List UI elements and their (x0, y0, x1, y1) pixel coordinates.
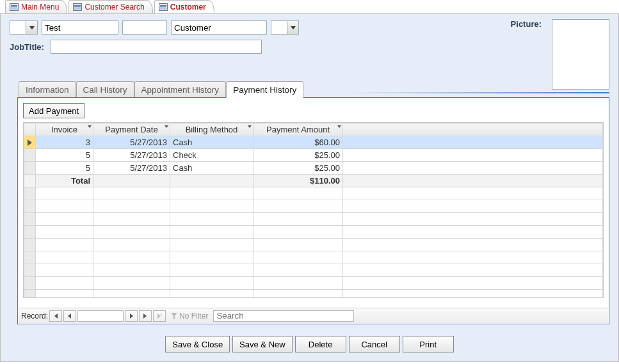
select-all-cell[interactable] (24, 123, 36, 136)
row-selector[interactable] (24, 162, 36, 175)
table-row-empty (24, 239, 603, 251)
divider (347, 92, 609, 93)
row-selector[interactable] (24, 149, 36, 162)
detail-tabs: Information Call History Appointment His… (19, 81, 303, 97)
nav-first-button[interactable] (49, 310, 62, 322)
save-new-button[interactable]: Save & New (232, 336, 293, 352)
cell-total-label: Total (36, 175, 93, 187)
picture-label: Picture: (511, 19, 542, 29)
picture-box[interactable] (552, 19, 609, 90)
window-tab-main-menu[interactable]: Main Menu (5, 0, 67, 13)
funnel-icon (171, 313, 177, 319)
cell-date[interactable]: 5/27/2013 (93, 136, 170, 149)
table-row[interactable]: 3 5/27/2013 Cash $60.00 (24, 136, 603, 149)
col-billing-method[interactable]: Billing Method (170, 123, 253, 136)
add-payment-button[interactable]: Add Payment (23, 103, 84, 118)
jobtitle-row: JobTitle: (10, 40, 609, 54)
table-row[interactable]: 5 5/27/2013 Check $25.00 (24, 149, 603, 162)
col-payment-amount[interactable]: Payment Amount (253, 123, 343, 136)
cell-empty (170, 175, 253, 187)
cell-total-amount: $110.00 (253, 175, 343, 187)
filter-indicator[interactable]: No Filter (171, 312, 208, 320)
chevron-down-icon[interactable] (26, 21, 37, 34)
window-tab-customer-search[interactable]: Customer Search (68, 0, 152, 13)
table-row[interactable]: 5 5/27/2013 Cash $25.00 (24, 162, 603, 175)
cell-date[interactable]: 5/27/2013 (93, 162, 170, 175)
col-invoice[interactable]: Invoice (36, 123, 93, 136)
total-row: Total $110.00 (24, 175, 603, 187)
form-icon (10, 3, 19, 11)
table-row-empty (24, 213, 603, 226)
record-navigator: Record: No Filter (19, 308, 608, 323)
col-payment-date[interactable]: Payment Date (93, 123, 170, 136)
chevron-down-icon[interactable] (287, 21, 298, 34)
cell-date[interactable]: 5/27/2013 (93, 149, 170, 162)
table-row-empty (24, 187, 603, 200)
table-row-empty (24, 277, 603, 290)
print-button[interactable]: Print (403, 336, 454, 352)
nav-prev-button[interactable] (63, 310, 76, 322)
window-tab-label: Customer (170, 3, 206, 12)
first-name-field[interactable] (42, 20, 118, 35)
tab-appointment-history[interactable]: Appointment History (134, 81, 227, 98)
record-number-field[interactable] (77, 310, 124, 322)
tab-information[interactable]: Information (19, 81, 76, 98)
table-row-empty (24, 290, 603, 299)
chevron-down-icon[interactable] (337, 125, 341, 128)
payments-table: Invoice Payment Date Billing Method Paym… (24, 123, 603, 298)
tab-payment-history[interactable]: Payment History (226, 81, 303, 98)
search-input[interactable] (213, 310, 354, 322)
cell-spacer (343, 162, 603, 175)
tab-call-history[interactable]: Call History (76, 81, 134, 98)
row-selector (24, 175, 36, 187)
window-tab-customer[interactable]: Customer (154, 0, 214, 13)
middle-name-field[interactable] (122, 20, 167, 35)
jobtitle-field[interactable] (51, 40, 262, 54)
col-spacer (343, 123, 603, 136)
table-row-empty (24, 200, 603, 213)
nav-new-button[interactable] (153, 310, 166, 322)
table-row-empty (24, 251, 603, 264)
window-tab-label: Main Menu (21, 3, 59, 12)
nav-last-button[interactable] (139, 310, 152, 322)
cell-method[interactable]: Check (170, 149, 253, 162)
cell-amount[interactable]: $25.00 (253, 149, 343, 162)
row-selector[interactable] (24, 136, 36, 149)
title-combo[interactable] (10, 20, 38, 35)
cell-amount[interactable]: $25.00 (253, 162, 343, 175)
window-tab-label: Customer Search (84, 3, 144, 12)
last-name-field[interactable] (171, 20, 267, 35)
payments-grid: Invoice Payment Date Billing Method Paym… (23, 122, 604, 298)
cell-invoice[interactable]: 3 (36, 136, 93, 149)
cell-method[interactable]: Cash (170, 136, 253, 149)
jobtitle-label: JobTitle: (10, 42, 44, 52)
cell-invoice[interactable]: 5 (36, 149, 93, 162)
table-row-empty (24, 264, 603, 277)
save-close-button[interactable]: Save & Close (165, 336, 230, 352)
form-action-buttons: Save & Close Save & New Delete Cancel Pr… (1, 336, 618, 352)
customer-form: JobTitle: Picture: Information Call Hist… (0, 14, 619, 362)
delete-button[interactable]: Delete (295, 336, 346, 352)
payment-history-panel: Add Payment Invoice Payment Date Billing… (17, 97, 609, 324)
suffix-combo[interactable] (271, 20, 299, 35)
record-label: Record: (21, 312, 48, 320)
table-row-empty (24, 226, 603, 239)
chevron-down-icon[interactable] (248, 125, 252, 128)
form-icon (159, 3, 168, 11)
cell-spacer (343, 175, 603, 187)
nav-next-button[interactable] (125, 310, 138, 322)
cell-invoice[interactable]: 5 (36, 162, 93, 175)
window-tab-bar: Main Menu Customer Search Customer (0, 0, 619, 14)
chevron-down-icon[interactable] (165, 125, 168, 128)
form-icon (73, 3, 82, 11)
chevron-down-icon[interactable] (88, 125, 92, 128)
cell-spacer (343, 149, 603, 162)
cell-amount[interactable]: $60.00 (253, 136, 343, 149)
cell-method[interactable]: Cash (170, 162, 253, 175)
cancel-button[interactable]: Cancel (349, 336, 400, 352)
cell-empty (93, 175, 170, 187)
cell-spacer (343, 136, 603, 149)
